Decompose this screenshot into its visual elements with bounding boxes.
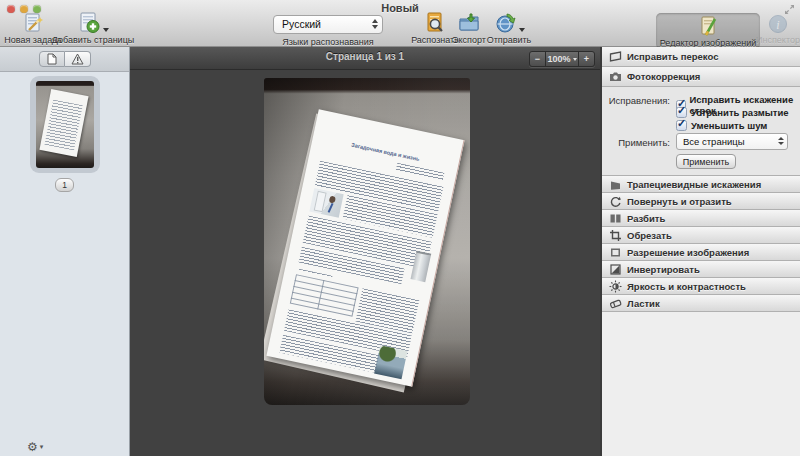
add-pages-caret-icon	[103, 28, 109, 32]
add-pages-button[interactable]: Добавить страницы	[56, 12, 130, 45]
section-label: Повернуть и отразить	[627, 196, 732, 207]
brightness-icon	[608, 279, 622, 293]
panel-empty-area	[602, 312, 800, 456]
section-label: Инвертировать	[627, 264, 700, 275]
photographed-page-image[interactable]: Загадочная вода и жизнь	[264, 78, 470, 405]
image-editor-panel: Исправить перекос Фотокоррекция Исправле…	[600, 47, 800, 456]
image-editor-icon	[697, 15, 719, 37]
section-brightness[interactable]: Яркость и контрастность	[602, 278, 800, 295]
send-icon	[494, 12, 525, 34]
image-editor-button[interactable]: Редактор изображений	[656, 13, 760, 49]
section-photocorrection[interactable]: Фотокоррекция	[602, 67, 800, 87]
section-label: Разбить	[627, 213, 665, 224]
send-label: Отправить	[487, 35, 532, 45]
split-icon	[608, 211, 622, 225]
document-icon	[47, 53, 57, 65]
section-split[interactable]: Разбить	[602, 210, 800, 227]
section-label: Трапециевидные искажения	[627, 179, 761, 190]
document-page: Загадочная вода и жизнь	[266, 109, 464, 386]
pages-sidebar: 1 ⚙▾	[0, 47, 130, 456]
crop-icon	[608, 228, 622, 242]
tab-pages[interactable]	[39, 51, 65, 67]
section-label: Яркость и контрастность	[627, 281, 746, 292]
toolbar: Новый Новая задача	[0, 0, 800, 47]
language-value: Русский	[282, 18, 321, 30]
gear-caret-icon: ▾	[40, 443, 44, 451]
send-caret-icon	[519, 28, 525, 32]
page-thumbnail	[36, 81, 94, 168]
zoom-level-select[interactable]: 100%	[546, 52, 579, 66]
apply-to-label: Применить:	[602, 137, 670, 148]
select-arrows-icon	[778, 137, 784, 145]
image-canvas: Страница 1 из 1 − 100% + Загадочная вода…	[130, 47, 600, 456]
skew-icon	[608, 50, 622, 64]
invert-icon	[608, 262, 622, 276]
section-label: Разрешение изображения	[627, 247, 749, 258]
recognize-icon	[424, 12, 446, 34]
resolution-icon	[608, 245, 622, 259]
warning-icon	[71, 53, 84, 65]
photo-plant-image	[374, 345, 407, 379]
checkbox-row[interactable]: Уменьшить шум	[676, 120, 767, 131]
section-label: Ластик	[627, 298, 660, 309]
eraser-icon	[608, 296, 622, 310]
language-label: Языки распознавания	[282, 37, 374, 47]
zoom-out-button[interactable]: −	[530, 52, 546, 66]
thumbnail-list: 1	[0, 71, 129, 192]
add-pages-icon	[77, 12, 109, 34]
section-invert[interactable]: Инвертировать	[602, 261, 800, 278]
gear-icon: ⚙	[27, 440, 38, 454]
checkbox-row[interactable]: Устранить размытие	[676, 107, 789, 118]
rotate-icon	[608, 194, 622, 208]
trapezoid-icon	[608, 177, 622, 191]
apply-to-value: Все страницы	[683, 136, 745, 147]
settings-menu[interactable]: ⚙▾	[27, 440, 43, 454]
photo-table	[290, 274, 359, 317]
photocorrection-content: Исправления: Исправить искажение строк У…	[602, 87, 800, 176]
section-label: Обрезать	[627, 230, 672, 241]
export-icon	[457, 12, 481, 34]
send-button[interactable]: Отправить	[482, 12, 536, 45]
section-deskew[interactable]: Исправить перекос	[602, 47, 800, 67]
add-pages-label: Добавить страницы	[52, 35, 135, 45]
section-rotate[interactable]: Повернуть и отразить	[602, 193, 800, 210]
apply-button[interactable]: Применить	[676, 154, 736, 169]
svg-text:i: i	[776, 18, 779, 32]
checkbox-checked-icon	[676, 120, 687, 131]
camera-icon	[608, 70, 622, 84]
export-label: Экспорт	[452, 35, 486, 45]
zoom-level-value: 100%	[547, 54, 570, 64]
sidebar-tabs	[0, 47, 129, 72]
section-crop[interactable]: Обрезать	[602, 227, 800, 244]
canvas-header: Страница 1 из 1 − 100% +	[130, 47, 600, 70]
section-eraser[interactable]: Ластик	[602, 295, 800, 312]
zoom-controls: − 100% +	[529, 51, 595, 67]
inspector-icon: i	[768, 12, 788, 34]
tab-warnings[interactable]	[65, 51, 91, 67]
inspector-label: Инспектор	[756, 35, 800, 45]
language-group: Русский Языки распознавания	[262, 12, 394, 47]
magic-wand-icon	[21, 12, 45, 34]
section-trapezoid[interactable]: Трапециевидные искажения	[602, 176, 800, 193]
section-label: Фотокоррекция	[627, 71, 700, 82]
select-arrows-icon	[372, 19, 378, 29]
section-label: Исправить перекос	[627, 51, 718, 62]
apply-to-select[interactable]: Все страницы	[676, 133, 788, 150]
language-select[interactable]: Русский	[273, 15, 383, 34]
thumbnail-selected[interactable]	[30, 76, 100, 173]
zoom-caret-icon	[573, 58, 577, 61]
page-number-badge: 1	[55, 178, 74, 192]
photo-person-image	[309, 188, 343, 218]
inspector-button[interactable]: i Инспектор	[756, 12, 800, 45]
app-window: Новый Новая задача	[0, 0, 800, 456]
section-resolution[interactable]: Разрешение изображения	[602, 244, 800, 261]
content-area: 1 ⚙▾ Страница 1 из 1 − 100% +	[0, 47, 800, 456]
corrections-label: Исправления:	[602, 95, 670, 106]
zoom-in-button[interactable]: +	[579, 52, 594, 66]
